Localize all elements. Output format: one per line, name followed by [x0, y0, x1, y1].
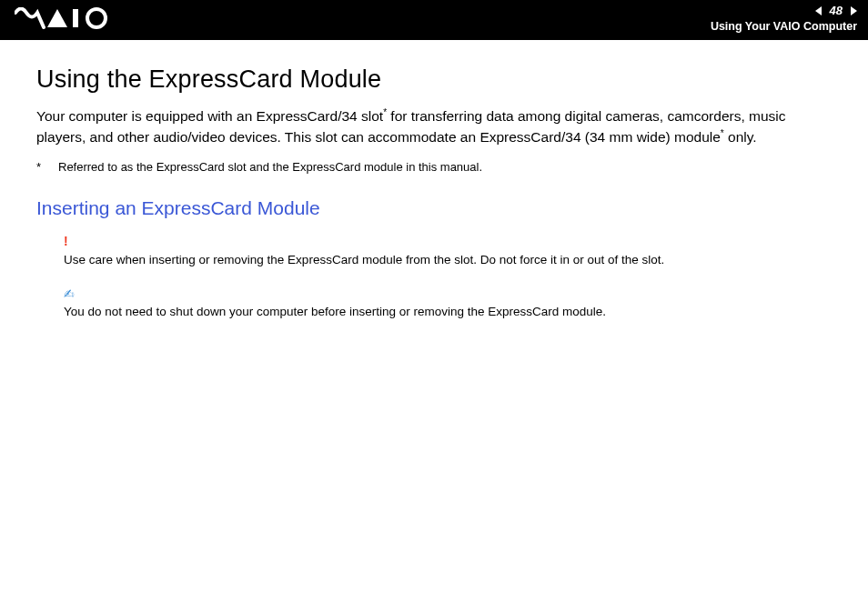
triangle-left-icon — [813, 5, 824, 16]
caution-note: ! Use care when inserting or removing th… — [64, 232, 832, 268]
intro-paragraph: Your computer is equipped with an Expres… — [36, 106, 832, 147]
footnote-text: Referred to as the ExpressCard slot and … — [58, 160, 482, 174]
svg-rect-0 — [73, 9, 78, 27]
footnote: * Referred to as the ExpressCard slot an… — [36, 160, 832, 174]
next-page-button[interactable] — [848, 5, 859, 16]
vaio-logo-svg — [15, 7, 115, 29]
intro-text-1: Your computer is equipped with an Expres… — [36, 108, 383, 124]
page-content: Using the ExpressCard Module Your comput… — [0, 40, 868, 321]
tip-text: You do not need to shut down your comput… — [64, 303, 832, 321]
page-title: Using the ExpressCard Module — [36, 65, 832, 94]
triangle-right-icon — [848, 5, 859, 16]
section-subtitle: Inserting an ExpressCard Module — [36, 197, 832, 219]
pencil-icon: ✍︎ — [64, 285, 832, 303]
section-title: Using Your VAIO Computer — [711, 20, 857, 33]
tip-note: ✍︎ You do not need to shut down your com… — [64, 285, 832, 321]
exclamation-icon: ! — [64, 232, 832, 250]
header-bar: 48 Using Your VAIO Computer — [0, 0, 868, 40]
prev-page-button[interactable] — [813, 5, 824, 16]
page-number: 48 — [828, 4, 844, 17]
svg-point-1 — [87, 9, 106, 27]
caution-text: Use care when inserting or removing the … — [64, 251, 832, 269]
page-nav: 48 — [813, 4, 859, 17]
footnote-asterisk: * — [36, 160, 44, 174]
vaio-logo — [15, 7, 115, 33]
intro-text-3: only. — [724, 129, 757, 145]
